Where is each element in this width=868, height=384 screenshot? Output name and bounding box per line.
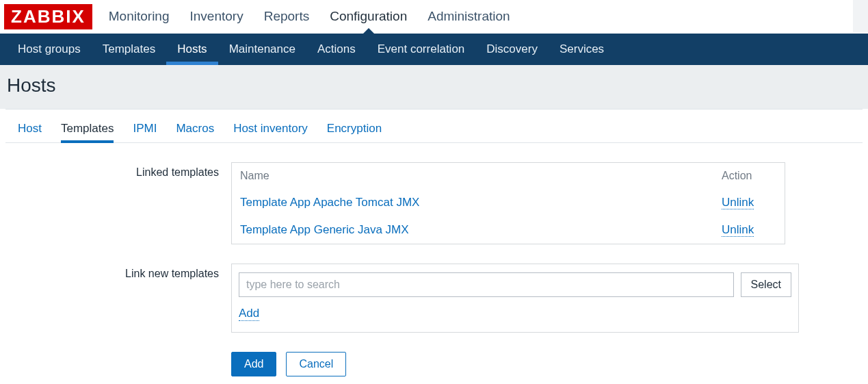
row-link-new-templates: Link new templates Select Add — [14, 264, 854, 333]
template-search-input[interactable] — [239, 272, 734, 297]
tab-host-inventory[interactable]: Host inventory — [233, 116, 308, 142]
subnav: Host groups Templates Hosts Maintenance … — [0, 34, 868, 65]
linked-template-row: Template App Generic Java JMX Unlink — [232, 216, 785, 244]
inner-tabs: Host Templates IPMI Macros Host inventor… — [5, 110, 863, 143]
subnav-services[interactable]: Services — [549, 34, 615, 65]
linked-template-name[interactable]: Template App Apache Tomcat JMX — [240, 196, 419, 209]
topnav-inventory[interactable]: Inventory — [190, 0, 244, 33]
row-linked-templates: Linked templates Name Action Template Ap… — [14, 162, 854, 244]
linked-template-row: Template App Apache Tomcat JMX Unlink — [232, 189, 785, 216]
col-head-name: Name — [240, 170, 722, 182]
unlink-link[interactable]: Unlink — [722, 223, 754, 237]
subnav-host-groups[interactable]: Host groups — [7, 34, 92, 65]
topnav-configuration[interactable]: Configuration — [330, 0, 407, 33]
page-head: Hosts — [0, 65, 868, 109]
form-body: Linked templates Name Action Template Ap… — [5, 143, 863, 384]
cancel-button[interactable]: Cancel — [286, 352, 346, 376]
page-title: Hosts — [7, 75, 861, 97]
search-row: Select — [239, 272, 791, 297]
topnav: Monitoring Inventory Reports Configurati… — [109, 0, 510, 33]
tab-templates[interactable]: Templates — [61, 116, 114, 142]
tab-ipmi[interactable]: IPMI — [133, 116, 157, 142]
link-new-templates-box: Select Add — [231, 264, 799, 333]
tab-host[interactable]: Host — [18, 116, 42, 142]
subnav-hosts[interactable]: Hosts — [166, 34, 218, 65]
topnav-reports[interactable]: Reports — [264, 0, 310, 33]
topnav-administration[interactable]: Administration — [428, 0, 510, 33]
logo: ZABBIX — [4, 4, 92, 29]
tab-encryption[interactable]: Encryption — [327, 116, 382, 142]
subnav-actions[interactable]: Actions — [306, 34, 367, 65]
col-head-action: Action — [722, 170, 776, 182]
topbar: ZABBIX Monitoring Inventory Reports Conf… — [0, 0, 868, 34]
linked-templates-box: Name Action Template App Apache Tomcat J… — [231, 162, 785, 244]
topbar-right-box — [853, 0, 868, 33]
select-button[interactable]: Select — [741, 272, 791, 297]
add-template-link[interactable]: Add — [239, 307, 259, 321]
linked-template-name[interactable]: Template App Generic Java JMX — [240, 223, 409, 236]
topnav-monitoring[interactable]: Monitoring — [109, 0, 170, 33]
subnav-discovery[interactable]: Discovery — [475, 34, 549, 65]
add-button[interactable]: Add — [231, 352, 276, 376]
subnav-event-correlation[interactable]: Event correlation — [367, 34, 476, 65]
label-linked-templates: Linked templates — [14, 162, 231, 179]
unlink-link[interactable]: Unlink — [722, 196, 754, 209]
subnav-maintenance[interactable]: Maintenance — [218, 34, 306, 65]
subnav-templates[interactable]: Templates — [92, 34, 166, 65]
label-link-new-templates: Link new templates — [14, 264, 231, 280]
button-row: Add Cancel — [231, 352, 854, 376]
panel: Host Templates IPMI Macros Host inventor… — [5, 109, 863, 384]
tab-macros[interactable]: Macros — [176, 116, 214, 142]
linked-templates-head: Name Action — [232, 163, 785, 189]
